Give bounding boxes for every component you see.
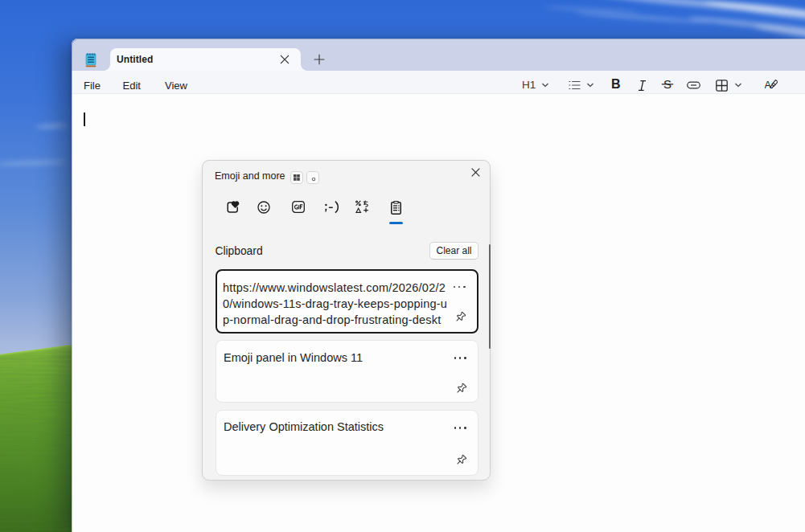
svg-text:S: S [663, 79, 672, 91]
svg-text:A: A [765, 80, 772, 91]
